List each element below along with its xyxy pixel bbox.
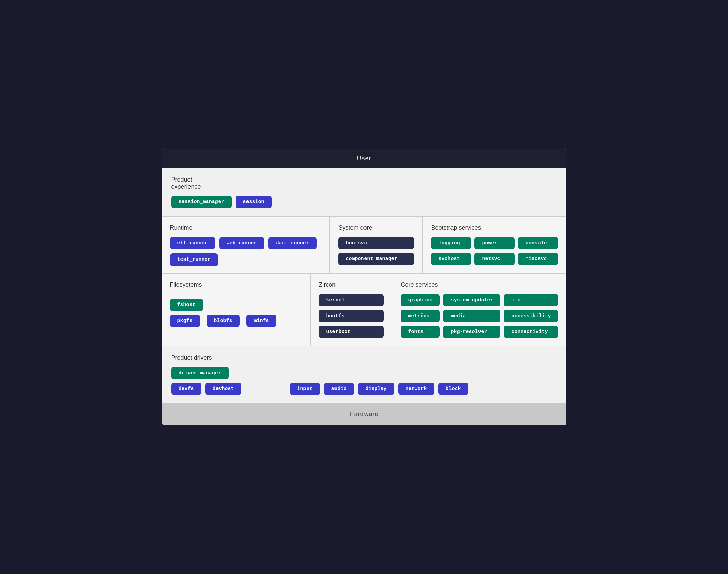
runtime-label: Runtime bbox=[170, 224, 322, 231]
chip-blobfs: blobfs bbox=[207, 315, 240, 327]
zircon-label: Zircon bbox=[319, 281, 384, 289]
chip-fonts: fonts bbox=[401, 326, 440, 338]
filesystems-row-1: fshost bbox=[170, 299, 302, 311]
middle-grid: Runtime elf_runner web_runner dart_runne… bbox=[162, 217, 566, 274]
zircon-chips: kernel bootfs userboot bbox=[319, 294, 384, 338]
chip-pkgfs: pkgfs bbox=[170, 315, 200, 327]
runtime-section: Runtime elf_runner web_runner dart_runne… bbox=[162, 217, 330, 273]
hardware-label: Hardware bbox=[349, 411, 378, 417]
chip-block: block bbox=[438, 383, 468, 395]
drivers-chips-row2: devfs devhost input audio display networ… bbox=[171, 383, 557, 395]
runtime-chips: elf_runner web_runner dart_runner test_r… bbox=[170, 237, 322, 266]
chip-userboot: userboot bbox=[319, 326, 384, 338]
hardware-bar: Hardware bbox=[162, 403, 566, 425]
system-core-chips: bootsvc component_manager bbox=[338, 237, 414, 265]
chip-network: network bbox=[398, 383, 434, 395]
chip-netsvc: netsvc bbox=[474, 253, 515, 265]
chip-dart_runner: dart_runner bbox=[268, 237, 317, 249]
chip-devfs: devfs bbox=[171, 383, 201, 395]
chip-accessibility: accessibility bbox=[504, 310, 558, 322]
chip-input: input bbox=[290, 383, 320, 395]
chip-svchost: svchost bbox=[431, 253, 471, 265]
chip-kernel: kernel bbox=[319, 294, 384, 306]
bootstrap-services-section: Bootstrap services logging power console… bbox=[423, 217, 566, 273]
product-experience-section: Productexperience session_manager sessio… bbox=[162, 168, 566, 217]
main-container: User Productexperience session_manager s… bbox=[162, 149, 566, 425]
chip-minfs: minfs bbox=[246, 315, 276, 327]
chip-system-updater: system-updater bbox=[443, 294, 500, 306]
bootstrap-services-label: Bootstrap services bbox=[431, 224, 558, 231]
chip-graphics: graphics bbox=[401, 294, 440, 306]
chip-elf_runner: elf_runner bbox=[170, 237, 215, 249]
chip-pkg-resolver: pkg-resolver bbox=[443, 326, 500, 338]
chip-metrics: metrics bbox=[401, 310, 440, 322]
lower-grid: Filesystems fshost pkgfs blobfs minfs Zi… bbox=[162, 274, 566, 346]
chip-test_runner: test_runner bbox=[170, 253, 218, 266]
chip-console: console bbox=[518, 237, 558, 249]
drivers-chips: driver_manager bbox=[171, 367, 557, 379]
filesystems-row-2: pkgfs blobfs minfs bbox=[170, 315, 302, 327]
chip-fshost: fshost bbox=[170, 299, 203, 311]
core-services-label: Core services bbox=[401, 281, 558, 289]
system-core-section: System core bootsvc component_manager bbox=[330, 217, 423, 273]
chip-power: power bbox=[474, 237, 515, 249]
bootstrap-chips: logging power console svchost netsvc mis… bbox=[431, 237, 558, 265]
chip-web_runner: web_runner bbox=[219, 237, 264, 249]
product-experience-label: Productexperience bbox=[171, 176, 557, 190]
chip-driver_manager: driver_manager bbox=[171, 367, 229, 379]
core-services-chips: graphics system-updater ime metrics medi… bbox=[401, 294, 558, 338]
chip-media: media bbox=[443, 310, 500, 322]
system-core-label: System core bbox=[338, 224, 414, 231]
filesystems-chips: fshost pkgfs blobfs minfs bbox=[170, 299, 302, 327]
chip-component_manager: component_manager bbox=[338, 253, 414, 265]
product-drivers-section: Product drivers driver_manager devfs dev… bbox=[162, 346, 566, 403]
user-bar: User bbox=[162, 149, 566, 168]
zircon-section: Zircon kernel bootfs userboot bbox=[311, 274, 392, 346]
chip-connectivity: connectivity bbox=[504, 326, 558, 338]
chip-audio: audio bbox=[324, 383, 354, 395]
chip-logging: logging bbox=[431, 237, 471, 249]
product-drivers-label: Product drivers bbox=[171, 354, 557, 361]
chip-session_manager: session_manager bbox=[171, 196, 232, 208]
filesystems-label: Filesystems bbox=[170, 281, 302, 289]
core-services-section: Core services graphics system-updater im… bbox=[392, 274, 566, 346]
chip-ime: ime bbox=[504, 294, 558, 306]
chip-bootfs: bootfs bbox=[319, 310, 384, 322]
user-label: User bbox=[357, 155, 371, 162]
chip-session: session bbox=[236, 196, 272, 208]
product-experience-chips: session_manager session bbox=[171, 196, 557, 208]
chip-miscsvc: miscsvc bbox=[518, 253, 558, 265]
filesystems-section: Filesystems fshost pkgfs blobfs minfs bbox=[162, 274, 311, 346]
chip-display: display bbox=[358, 383, 394, 395]
chip-devhost: devhost bbox=[205, 383, 241, 395]
chip-bootsvc: bootsvc bbox=[338, 237, 414, 249]
